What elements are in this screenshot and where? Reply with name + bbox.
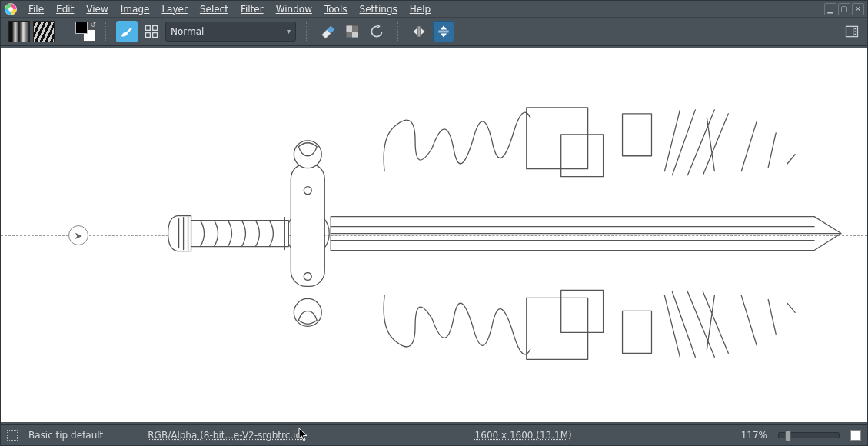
svg-rect-28 [623,311,652,353]
menu-file[interactable]: File [22,2,50,16]
menu-filter[interactable]: Filter [234,2,270,16]
alpha-lock-icon[interactable] [341,21,363,42]
mirror-horizontal-icon[interactable] [408,21,430,42]
toolbar: ↺ Normal ▾ [1,18,867,45]
menu-select[interactable]: Select [194,2,234,16]
chevron-down-icon: ▾ [287,27,291,35]
eraser-icon[interactable] [317,21,338,42]
selection-indicator-icon [7,430,18,441]
menu-help[interactable]: Help [404,2,437,16]
status-colorspace[interactable]: RGB/Alpha (8-bit...e-V2-srgbtrc.icc [148,430,305,441]
menu-edit[interactable]: Edit [50,2,80,16]
window-minimize-icon[interactable]: ▁ [824,3,836,15]
status-zoom[interactable]: 117% [741,430,767,441]
toolbar-separator [395,20,401,43]
svg-rect-5 [153,32,158,37]
menu-tools[interactable]: Tools [318,2,354,16]
status-dimensions[interactable]: 1600 x 1600 (13.1M) [475,430,572,441]
svg-rect-2 [146,25,151,30]
svg-rect-17 [291,164,324,287]
menu-image[interactable]: Image [115,2,156,16]
svg-rect-24 [561,135,604,177]
svg-point-20 [294,141,321,168]
svg-rect-26 [527,298,588,359]
blend-mode-label: Normal [171,26,204,37]
bg-color-swatch-icon[interactable] [850,430,861,441]
blend-mode-select[interactable]: Normal ▾ [165,22,296,42]
menu-window[interactable]: Window [270,2,318,16]
svg-rect-23 [527,108,588,169]
svg-rect-27 [561,290,604,332]
svg-rect-3 [153,25,158,30]
workspace-grid-icon[interactable] [141,21,162,42]
artwork [1,48,867,418]
menu-settings[interactable]: Settings [354,2,404,16]
svg-rect-8 [352,32,358,38]
gradient-preset-b-icon[interactable] [33,21,55,42]
toolbar-separator [62,20,68,43]
statusbar: Basic tip default RGB/Alpha (8-bit...e-V… [1,425,867,445]
window-close-icon[interactable]: ✕ [852,3,864,15]
toggle-right-panel-icon[interactable] [841,21,863,42]
brush-settings-icon[interactable] [116,21,138,42]
svg-point-21 [294,298,321,326]
gradient-preset-a-icon[interactable] [8,21,30,42]
window-maximize-icon[interactable]: ▢ [838,3,850,15]
toolbar-separator [304,20,309,43]
svg-point-1 [8,7,13,12]
toolbar-separator [103,20,108,43]
mirror-vertical-icon[interactable] [433,21,454,42]
status-brush: Basic tip default [28,430,103,441]
menu-view[interactable]: View [80,2,114,16]
canvas-area: ➤ [1,45,867,425]
fg-bg-swatch[interactable]: ↺ [75,22,95,42]
reload-icon[interactable] [366,21,387,42]
app-logo-icon [4,2,18,16]
canvas[interactable]: ➤ [1,48,867,422]
menubar: File Edit View Image Layer Select Filter… [1,1,867,18]
svg-rect-7 [347,25,353,32]
svg-rect-25 [623,114,652,156]
svg-rect-4 [146,32,151,37]
zoom-slider[interactable] [778,432,840,438]
menu-layer[interactable]: Layer [155,2,193,16]
